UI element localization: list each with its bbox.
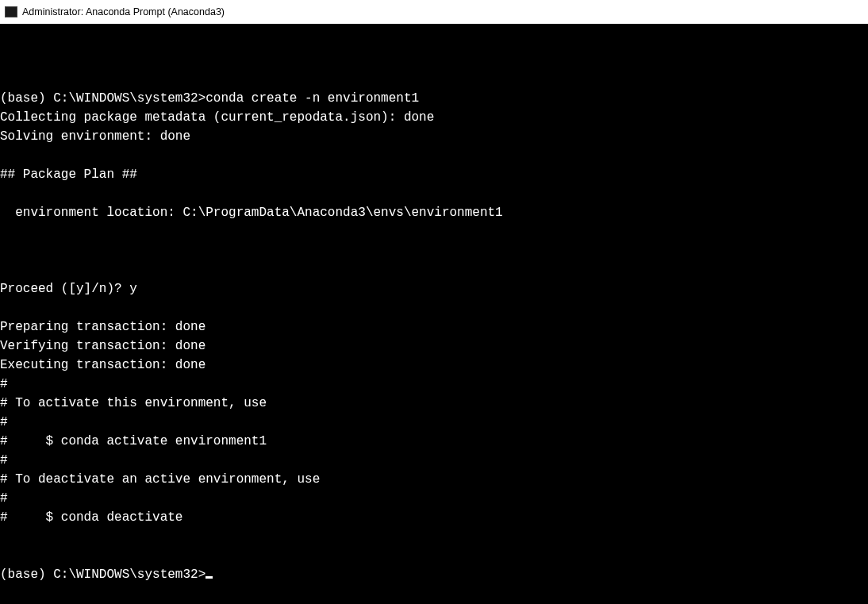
terminal-line: environment location: C:\ProgramData\Ana… (0, 206, 503, 220)
terminal-line: Proceed ([y]/n)? y (0, 282, 137, 296)
terminal-line: # $ conda deactivate (0, 510, 182, 525)
cursor-icon (205, 576, 213, 579)
terminal-line: # (0, 377, 8, 391)
terminal-line: # $ conda activate environment1 (0, 434, 267, 448)
terminal-prompt[interactable]: (base) C:\WINDOWS\system32> (0, 567, 205, 582)
terminal-line: ## Package Plan ## (0, 167, 137, 182)
terminal-line: # To activate this environment, use (0, 396, 267, 410)
terminal-icon (5, 6, 17, 17)
terminal-line: (base) C:\WINDOWS\system32>conda create … (0, 91, 419, 106)
terminal-line: # (0, 415, 8, 429)
terminal-line: Verifying transaction: done (0, 339, 205, 353)
window-title-bar[interactable]: Administrator: Anaconda Prompt (Anaconda… (0, 0, 868, 24)
terminal-line: Preparing transaction: done (0, 320, 205, 334)
terminal-line: # (0, 491, 8, 506)
terminal-line: Solving environment: done (0, 129, 190, 144)
terminal-area[interactable]: (base) C:\WINDOWS\system32>conda create … (0, 24, 868, 604)
terminal-line: # (0, 453, 8, 467)
terminal-line: # To deactivate an active environment, u… (0, 472, 320, 487)
terminal-line: Collecting package metadata (current_rep… (0, 110, 434, 125)
window-title: Administrator: Anaconda Prompt (Anaconda… (22, 6, 225, 17)
terminal-output: (base) C:\WINDOWS\system32>conda create … (0, 70, 868, 584)
terminal-line: Executing transaction: done (0, 358, 205, 372)
